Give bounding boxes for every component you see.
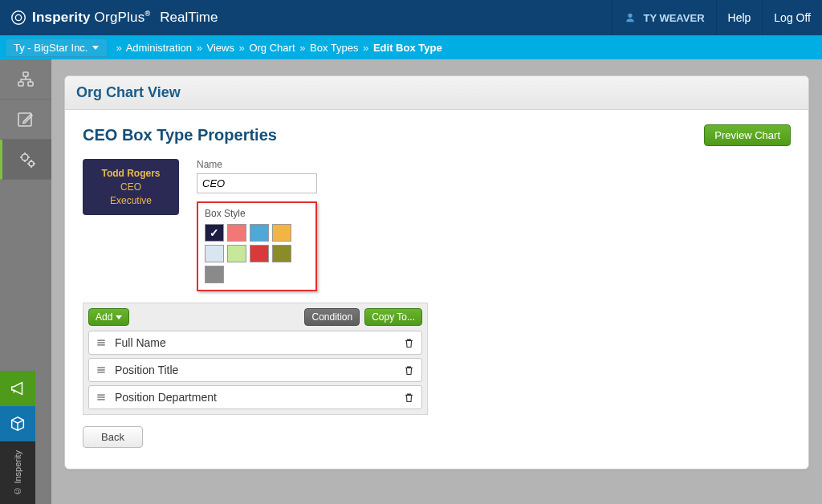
help-link[interactable]: Help	[716, 0, 763, 35]
breadcrumb-bar: Ty - BigStar Inc. » Administration » Vie…	[0, 35, 822, 59]
fields-area: Add Condition Copy To... Full NamePositi…	[83, 303, 428, 415]
app-header: Insperity OrgPlus® RealTime TY WEAVER He…	[0, 0, 822, 35]
orgchart-icon	[16, 70, 35, 89]
insperity-logo-icon	[10, 9, 27, 26]
user-menu[interactable]: TY WEAVER	[612, 0, 715, 35]
trash-icon[interactable]	[403, 392, 415, 404]
sidebar-item-chart[interactable]	[0, 59, 51, 100]
copy-to-button[interactable]: Copy To...	[364, 308, 422, 326]
svg-point-1	[15, 14, 21, 20]
svg-point-7	[29, 161, 34, 166]
color-swatch-8[interactable]	[205, 266, 224, 283]
grip-icon	[96, 392, 107, 403]
crumb-current: Edit Box Type	[373, 42, 442, 54]
color-swatch-0[interactable]	[205, 224, 224, 242]
box-icon	[9, 415, 26, 433]
color-swatch-1[interactable]	[227, 224, 246, 242]
name-input[interactable]	[197, 173, 317, 193]
user-icon	[624, 11, 637, 24]
box-style-label: Box Style	[205, 208, 309, 219]
trash-icon[interactable]	[403, 337, 415, 349]
preview-chart-button[interactable]: Preview Chart	[704, 124, 791, 146]
add-field-button[interactable]: Add	[88, 308, 129, 326]
page-title: CEO Box Type Properties	[83, 126, 277, 144]
crumb-admin[interactable]: Administration	[126, 42, 192, 54]
color-swatch-2[interactable]	[250, 224, 269, 242]
color-swatch-7[interactable]	[272, 245, 291, 262]
svg-rect-4	[28, 82, 33, 86]
brand-app: RealTime	[160, 10, 218, 26]
gears-icon	[18, 150, 37, 169]
color-swatch-4[interactable]	[205, 245, 224, 262]
color-swatch-6[interactable]	[250, 245, 269, 262]
sidebar-announce[interactable]	[0, 371, 35, 406]
field-row[interactable]: Position Title	[88, 358, 422, 382]
panel-header: Org Chart View	[65, 76, 808, 110]
preview-name: Todd Rogers	[87, 167, 174, 181]
grip-icon	[96, 337, 107, 348]
svg-rect-2	[23, 72, 28, 76]
preview-dept: Executive	[87, 194, 174, 208]
brand-name: Insperity OrgPlus®	[32, 10, 150, 26]
crumb-boxtypes[interactable]: Box Types	[310, 42, 358, 54]
swatch-grid	[205, 224, 312, 283]
svg-point-0	[12, 11, 26, 25]
sidebar-item-settings[interactable]	[0, 140, 51, 180]
panel: Org Chart View CEO Box Type Properties P…	[64, 75, 809, 469]
color-swatch-5[interactable]	[227, 245, 246, 262]
edit-icon	[16, 110, 35, 129]
logoff-link[interactable]: Log Off	[762, 0, 822, 35]
field-row[interactable]: Position Department	[88, 385, 422, 409]
breadcrumb: » Administration » Views » Org Chart » B…	[114, 42, 442, 54]
sidebar-item-edit[interactable]	[0, 100, 51, 140]
crumb-views[interactable]: Views	[206, 42, 234, 54]
color-swatch-3[interactable]	[272, 224, 291, 242]
field-label: Full Name	[115, 336, 403, 349]
field-label: Position Department	[115, 391, 403, 404]
company-dropdown[interactable]: Ty - BigStar Inc.	[5, 39, 108, 57]
svg-point-6	[22, 154, 28, 161]
svg-rect-3	[18, 82, 23, 86]
name-label: Name	[197, 159, 317, 170]
field-row[interactable]: Full Name	[88, 331, 422, 355]
crumb-orgchart[interactable]: Org Chart	[249, 42, 295, 54]
back-button[interactable]: Back	[83, 426, 143, 448]
main-content: Org Chart View CEO Box Type Properties P…	[51, 59, 822, 504]
megaphone-icon	[9, 380, 26, 397]
sidebar-copyright: © Insperity	[0, 441, 35, 504]
sidebar-package[interactable]	[0, 406, 35, 441]
box-style-panel: Box Style	[197, 201, 317, 291]
preview-title: CEO	[87, 181, 174, 194]
box-preview: Todd Rogers CEO Executive	[83, 159, 179, 215]
sidebar: © Insperity	[0, 59, 51, 504]
grip-icon	[96, 364, 107, 376]
chevron-down-icon	[92, 46, 99, 50]
chevron-down-icon	[116, 315, 122, 319]
trash-icon[interactable]	[403, 364, 415, 376]
field-label: Position Title	[115, 364, 403, 376]
condition-button[interactable]: Condition	[304, 308, 360, 326]
brand: Insperity OrgPlus® RealTime	[0, 9, 218, 26]
